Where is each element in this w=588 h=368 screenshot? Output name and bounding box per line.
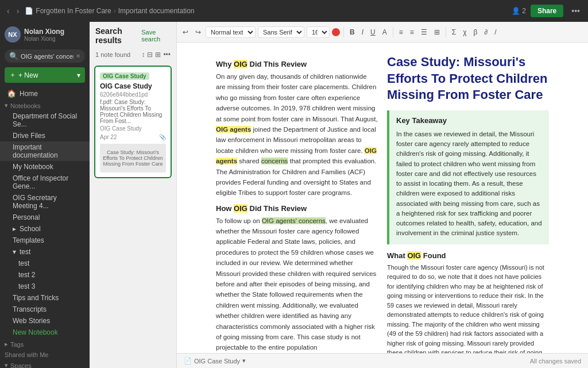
sidebar-item-test1[interactable]: test: [0, 258, 90, 269]
oig-concern-highlight2: OIG agents' concerns: [262, 217, 326, 224]
result-id: 6206e844bbed1pd: [100, 91, 166, 98]
how-heading: How OIG Did This Review: [216, 204, 378, 213]
sidebar-item-templates[interactable]: Templates: [0, 235, 90, 246]
share-button[interactable]: Share: [531, 5, 563, 17]
takeaway-heading: Key Takeaway: [396, 116, 542, 125]
oig-secretary-label: OIG Secretary Meeting 4...: [13, 194, 83, 210]
view-button[interactable]: ⊞: [155, 51, 161, 59]
user-profile[interactable]: NX Nolan Xiong Nolan Xiong: [0, 22, 90, 47]
editor-toolbar: ↩ ↪ Normal text Sans Serif 16 B I U A ≡ …: [177, 22, 588, 43]
sidebar-item-test3[interactable]: test 3: [0, 281, 90, 292]
code-button[interactable]: /: [492, 27, 498, 37]
font-select[interactable]: Sans Serif: [258, 26, 304, 38]
why-heading: Why OIG Did This Review: [216, 60, 378, 68]
search-meta: 1 note found ↕ ⊟ ⊞ •••: [90, 49, 176, 62]
search-result-card[interactable]: OIG Case Study OIG Case Study 6206e844bb…: [94, 66, 172, 178]
expand-icon: ▸: [13, 225, 16, 233]
note-icon: 📄: [184, 357, 192, 365]
special-char-button[interactable]: ∂: [482, 27, 490, 37]
result-tag: OIG Case Study: [100, 72, 149, 80]
table-button[interactable]: ⊞: [432, 27, 442, 37]
superscript-button[interactable]: β: [471, 27, 479, 37]
search-header: Search results Save search: [90, 22, 176, 49]
result-path: f.pdf: Case Study: Missouri's Efforts To…: [100, 99, 166, 124]
sidebar-item-test[interactable]: ▾ test: [0, 246, 90, 258]
dept-label: Department of Social Se...: [13, 112, 83, 128]
redo-button[interactable]: ↪: [193, 27, 203, 37]
found-count: 1 note found: [95, 51, 130, 58]
highlight-button[interactable]: A: [380, 27, 389, 37]
toolbar-separator: [343, 27, 344, 37]
sidebar-item-tips[interactable]: Tips and Tricks: [0, 292, 90, 304]
users-count: 👤 2: [512, 7, 526, 15]
sidebar-item-dept[interactable]: Department of Social Se...: [0, 110, 90, 130]
what-heading: What OIG Found: [387, 251, 549, 260]
main-layout: NX Nolan Xiong Nolan Xiong 🔍 ✕ ＋ + New ▾…: [0, 22, 588, 368]
sidebar-group-notebooks[interactable]: ▾ Notebooks: [0, 99, 90, 110]
spaces-label[interactable]: ▾ Spaces: [0, 359, 90, 368]
top-bar-actions: 👤 2 Share •••: [512, 5, 583, 17]
bold-button[interactable]: B: [347, 27, 357, 37]
test-label: test: [20, 248, 30, 256]
forward-button[interactable]: ›: [14, 5, 22, 17]
subscript-button[interactable]: χ: [461, 27, 469, 37]
sidebar-item-home[interactable]: 🏠 Home: [0, 87, 90, 99]
search-title: Search results: [95, 26, 141, 45]
chevron-icon: ▾: [5, 102, 8, 109]
result-thumbnail: Case Study: Missouri's Efforts To Protec…: [100, 144, 166, 172]
back-button[interactable]: ‹: [5, 5, 12, 17]
toolbar-sep3: [446, 27, 446, 37]
save-search-button[interactable]: Save search: [141, 29, 171, 43]
sidebar-item-important[interactable]: Important documentation: [0, 141, 90, 161]
search-controls: ↕ ⊟ ⊞ •••: [141, 51, 171, 59]
align-center-button[interactable]: ≡: [408, 27, 416, 37]
sidebar-item-oig-secretary[interactable]: OIG Secretary Meeting 4...: [0, 192, 90, 212]
sort-button[interactable]: ↕: [141, 51, 145, 59]
sidebar-item-new-notebook[interactable]: New Notebook: [0, 327, 90, 338]
oig-what-highlight: OIG: [407, 251, 421, 260]
filter-button[interactable]: ⊟: [147, 51, 153, 59]
sidebar-nav: 🏠 Home ▾ Notebooks Department of Social …: [0, 85, 90, 368]
sidebar-item-drive[interactable]: Drive Files: [0, 130, 90, 141]
search-clear-icon[interactable]: ✕: [76, 53, 80, 59]
more-options-button[interactable]: •••: [568, 5, 583, 17]
bottom-bar: 📄 OIG Case Study ▾ All changes saved: [177, 353, 588, 368]
what-paragraph1: Though the Missouri foster care agency (…: [387, 263, 549, 353]
color-picker[interactable]: [332, 28, 340, 36]
sidebar-item-personal[interactable]: Personal: [0, 212, 90, 223]
user-sub: Nolan Xiong: [24, 36, 64, 42]
attachment-icon: 📎: [159, 134, 166, 140]
breadcrumb-separator: ›: [114, 7, 116, 15]
chevron-tags-icon: ▸: [5, 340, 8, 348]
new-icon: ＋: [9, 70, 16, 80]
sidebar-item-mynotebook[interactable]: My Notebook: [0, 161, 90, 172]
align-left-button[interactable]: ≡: [397, 27, 405, 37]
underline-button[interactable]: U: [368, 27, 378, 37]
more-search-button[interactable]: •••: [163, 51, 171, 59]
search-input[interactable]: [21, 53, 74, 60]
undo-button[interactable]: ↩: [180, 27, 191, 37]
search-box[interactable]: 🔍 ✕: [5, 49, 85, 63]
sidebar-item-test2[interactable]: test 2: [0, 269, 90, 281]
nav-arrows: ‹ ›: [5, 5, 21, 17]
notebooks-label: Notebooks: [10, 102, 41, 109]
sidebar-group-shared[interactable]: Shared with Me: [0, 349, 90, 359]
sidebar-item-web[interactable]: Web Stories: [0, 315, 90, 327]
formula-button[interactable]: Σ: [450, 27, 458, 37]
sidebar-item-oig-office[interactable]: Office of Inspector Gene...: [0, 172, 90, 192]
oig-how-highlight: OIG: [234, 204, 247, 213]
breadcrumb-part2[interactable]: Important documentation: [118, 7, 195, 15]
result-title: OIG Case Study: [100, 82, 166, 90]
list-button[interactable]: ☰: [419, 27, 430, 37]
home-icon: 🏠: [7, 89, 16, 98]
font-size-select[interactable]: 16: [307, 26, 330, 38]
breadcrumb-part1[interactable]: Forgotten In Foster Care: [36, 7, 111, 15]
italic-button[interactable]: I: [359, 27, 366, 37]
sidebar-item-transcripts[interactable]: Transcripts: [0, 304, 90, 315]
how-paragraph: To follow up on OIG agents' concerns, we…: [216, 216, 378, 353]
right-column: Case Study: Missouri's Efforts To Protec…: [387, 54, 549, 353]
sidebar-group-tags[interactable]: ▸ Tags: [0, 338, 90, 349]
new-button[interactable]: ＋ + New ▾: [5, 67, 85, 83]
sidebar-item-school[interactable]: ▸ School: [0, 223, 90, 235]
text-style-select[interactable]: Normal text: [206, 26, 256, 38]
